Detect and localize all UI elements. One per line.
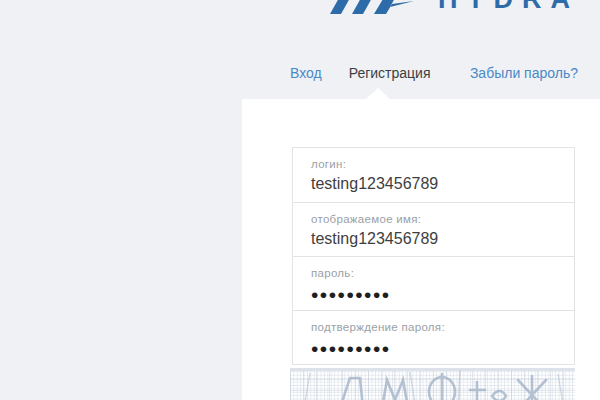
password-label: пароль: bbox=[311, 266, 556, 280]
auth-tabs: Вход Регистрация Забыли пароль? bbox=[290, 65, 578, 81]
captcha-image bbox=[290, 368, 575, 400]
password-confirm-input[interactable] bbox=[311, 337, 556, 361]
tab-login[interactable]: Вход bbox=[290, 65, 322, 81]
password-input[interactable] bbox=[311, 283, 556, 307]
password-confirm-label: подтверждение пароля: bbox=[311, 320, 556, 334]
password-field[interactable]: пароль: bbox=[292, 256, 575, 311]
tab-forgot-password[interactable]: Забыли пароль? bbox=[470, 65, 578, 81]
site-logo: HYDRA bbox=[330, 0, 579, 14]
login-input[interactable] bbox=[311, 174, 556, 194]
display-name-field[interactable]: отображаемое имя: bbox=[292, 202, 575, 257]
hydra-stripes-icon bbox=[330, 0, 414, 14]
login-field[interactable]: логин: bbox=[292, 147, 575, 203]
password-confirm-field[interactable]: подтверждение пароля: bbox=[292, 310, 575, 365]
registration-panel: логин: отображаемое имя: пароль: подтвер… bbox=[242, 99, 600, 400]
login-label: логин: bbox=[311, 157, 556, 171]
registration-form: логин: отображаемое имя: пароль: подтвер… bbox=[292, 147, 575, 400]
display-name-label: отображаемое имя: bbox=[311, 212, 556, 226]
display-name-input[interactable] bbox=[311, 229, 556, 249]
logo-text: HYDRA bbox=[438, 0, 579, 13]
active-tab-pointer bbox=[366, 88, 390, 99]
tab-register[interactable]: Регистрация bbox=[349, 65, 431, 81]
